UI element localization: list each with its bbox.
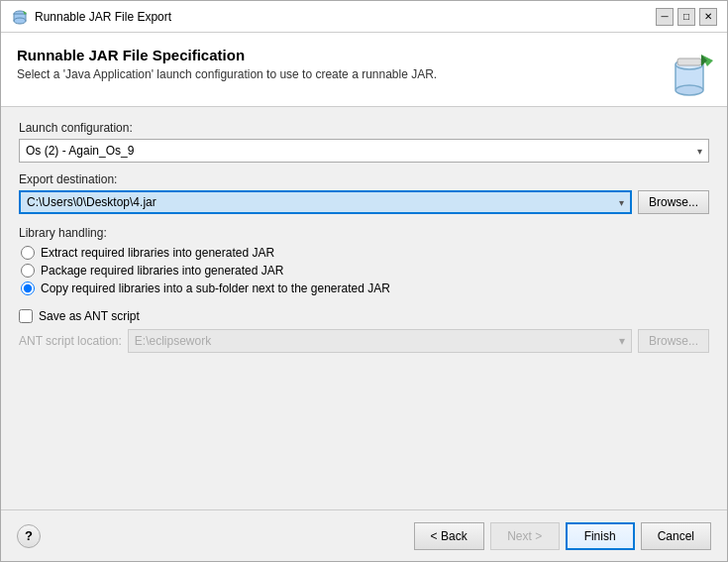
radio-copy[interactable]: Copy required libraries into a sub-folde… (21, 281, 709, 295)
launch-config-dropdown[interactable]: Os (2) - Again_Os_9 ▾ (19, 139, 709, 163)
export-dest-value: C:\Users\0\Desktop\4.jar (27, 195, 156, 209)
ant-location-dropdown: E:\eclipsework ▾ (128, 329, 632, 353)
maximize-button[interactable]: □ (677, 8, 695, 26)
dialog-window: Runnable JAR File Export ─ □ ✕ Runnable … (0, 0, 728, 562)
export-dest-label: Export destination: (19, 172, 709, 186)
footer: ? < Back Next > Finish Cancel (1, 509, 727, 561)
jar-icon (664, 47, 711, 94)
back-button[interactable]: < Back (414, 522, 484, 550)
next-button[interactable]: Next > (490, 522, 560, 550)
ant-location-label: ANT script location: (19, 334, 122, 348)
radio-copy-label: Copy required libraries into a sub-folde… (41, 281, 390, 295)
library-radio-group: Extract required libraries into generate… (21, 246, 709, 295)
save-ant-checkbox-row: Save as ANT script (19, 309, 709, 323)
export-dest-row: C:\Users\0\Desktop\4.jar ▾ Browse... (19, 190, 709, 214)
svg-point-2 (14, 18, 26, 24)
save-ant-checkbox[interactable] (19, 309, 33, 323)
help-button[interactable]: ? (17, 524, 41, 548)
ant-location-value: E:\eclipsework (135, 334, 211, 348)
ant-browse-button: Browse... (638, 329, 709, 353)
radio-extract-label: Extract required libraries into generate… (41, 246, 274, 260)
finish-button[interactable]: Finish (566, 522, 635, 550)
title-bar-left: Runnable JAR File Export (11, 8, 171, 26)
title-bar-controls: ─ □ ✕ (656, 8, 717, 26)
cancel-button[interactable]: Cancel (641, 522, 711, 550)
header-section: Runnable JAR File Specification Select a… (1, 33, 727, 107)
title-bar: Runnable JAR File Export ─ □ ✕ (1, 1, 727, 33)
radio-package[interactable]: Package required libraries into generate… (21, 264, 709, 278)
close-button[interactable]: ✕ (699, 8, 717, 26)
dialog-subtitle: Select a 'Java Application' launch confi… (17, 67, 437, 81)
svg-rect-7 (677, 58, 701, 65)
radio-package-input[interactable] (21, 264, 35, 278)
save-ant-section: Save as ANT script ANT script location: … (19, 309, 709, 353)
launch-config-arrow-icon: ▾ (697, 146, 702, 157)
ant-location-arrow-icon: ▾ (619, 334, 625, 348)
ant-location-row: ANT script location: E:\eclipsework ▾ Br… (19, 329, 709, 353)
title-bar-title: Runnable JAR File Export (35, 10, 171, 24)
radio-extract-input[interactable] (21, 246, 35, 260)
radio-package-label: Package required libraries into generate… (41, 264, 283, 278)
footer-buttons: < Back Next > Finish Cancel (414, 522, 711, 550)
export-dest-dropdown[interactable]: C:\Users\0\Desktop\4.jar ▾ (19, 190, 632, 214)
svg-point-6 (676, 85, 703, 95)
radio-extract[interactable]: Extract required libraries into generate… (21, 246, 709, 260)
launch-config-value: Os (2) - Again_Os_9 (26, 144, 134, 158)
content-area: Launch configuration: Os (2) - Again_Os_… (1, 107, 727, 509)
minimize-button[interactable]: ─ (656, 8, 674, 26)
dialog-title: Runnable JAR File Specification (17, 47, 437, 63)
save-ant-label: Save as ANT script (39, 309, 140, 323)
launch-config-label: Launch configuration: (19, 121, 709, 135)
export-dest-arrow-icon: ▾ (619, 197, 624, 208)
dialog-icon (11, 8, 29, 26)
library-handling-section: Library handling: Extract required libra… (19, 226, 709, 295)
radio-copy-input[interactable] (21, 281, 35, 295)
library-handling-label: Library handling: (19, 226, 709, 240)
export-dest-browse-button[interactable]: Browse... (638, 190, 709, 214)
